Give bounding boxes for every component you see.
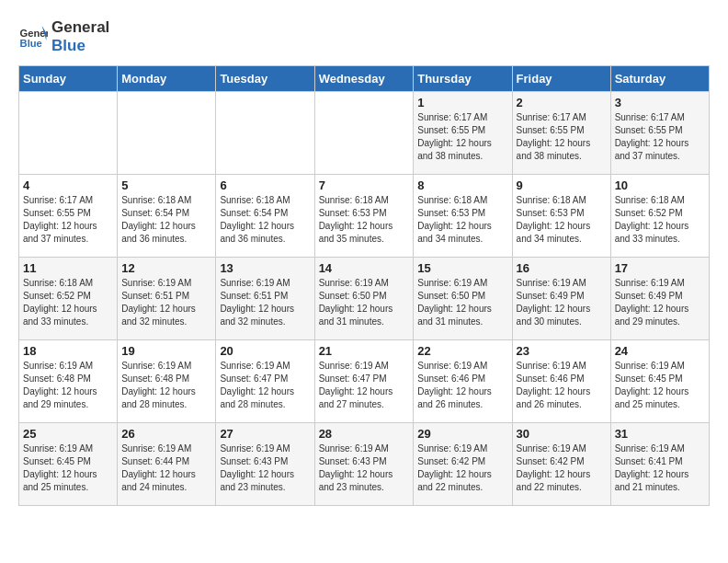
- day-cell: 6Sunrise: 6:18 AM Sunset: 6:54 PM Daylig…: [216, 174, 314, 257]
- weekday-tuesday: Tuesday: [216, 65, 314, 91]
- logo-icon: General Blue: [18, 22, 48, 52]
- day-number: 25: [23, 427, 113, 441]
- day-cell: 11Sunrise: 6:18 AM Sunset: 6:52 PM Dayli…: [19, 257, 118, 339]
- day-number: 12: [121, 261, 211, 275]
- day-cell: 18Sunrise: 6:19 AM Sunset: 6:48 PM Dayli…: [19, 339, 118, 422]
- day-info: Sunrise: 6:19 AM Sunset: 6:48 PM Dayligh…: [121, 360, 211, 411]
- day-info: Sunrise: 6:18 AM Sunset: 6:54 PM Dayligh…: [220, 194, 310, 246]
- day-cell: [19, 91, 118, 174]
- day-cell: 4Sunrise: 6:17 AM Sunset: 6:55 PM Daylig…: [19, 174, 118, 257]
- day-number: 2: [517, 96, 607, 109]
- day-info: Sunrise: 6:19 AM Sunset: 6:46 PM Dayligh…: [417, 360, 507, 411]
- day-number: 16: [517, 261, 607, 275]
- day-info: Sunrise: 6:18 AM Sunset: 6:53 PM Dayligh…: [319, 194, 410, 246]
- logo: General Blue General Blue: [18, 18, 109, 56]
- day-info: Sunrise: 6:19 AM Sunset: 6:46 PM Dayligh…: [517, 360, 607, 411]
- weekday-saturday: Saturday: [610, 65, 709, 91]
- day-info: Sunrise: 6:19 AM Sunset: 6:44 PM Dayligh…: [121, 442, 211, 494]
- calendar-header: SundayMondayTuesdayWednesdayThursdayFrid…: [19, 65, 710, 91]
- day-number: 30: [517, 427, 607, 441]
- day-cell: 31Sunrise: 6:19 AM Sunset: 6:41 PM Dayli…: [610, 422, 709, 505]
- day-info: Sunrise: 6:18 AM Sunset: 6:52 PM Dayligh…: [23, 277, 113, 328]
- day-info: Sunrise: 6:18 AM Sunset: 6:53 PM Dayligh…: [417, 194, 507, 246]
- day-info: Sunrise: 6:18 AM Sunset: 6:54 PM Dayligh…: [121, 194, 211, 246]
- day-cell: 10Sunrise: 6:18 AM Sunset: 6:52 PM Dayli…: [610, 174, 709, 257]
- day-info: Sunrise: 6:18 AM Sunset: 6:52 PM Dayligh…: [615, 194, 705, 246]
- day-info: Sunrise: 6:19 AM Sunset: 6:47 PM Dayligh…: [220, 360, 310, 411]
- day-info: Sunrise: 6:19 AM Sunset: 6:42 PM Dayligh…: [517, 442, 607, 494]
- day-cell: 2Sunrise: 6:17 AM Sunset: 6:55 PM Daylig…: [512, 91, 610, 174]
- day-number: 23: [517, 344, 607, 358]
- day-cell: 23Sunrise: 6:19 AM Sunset: 6:46 PM Dayli…: [512, 339, 610, 422]
- calendar-body: 1Sunrise: 6:17 AM Sunset: 6:55 PM Daylig…: [19, 91, 710, 505]
- day-number: 15: [417, 261, 507, 275]
- day-number: 27: [220, 427, 310, 441]
- day-cell: 13Sunrise: 6:19 AM Sunset: 6:51 PM Dayli…: [216, 257, 314, 339]
- day-number: 24: [615, 344, 705, 358]
- weekday-friday: Friday: [512, 65, 610, 91]
- day-cell: 5Sunrise: 6:18 AM Sunset: 6:54 PM Daylig…: [118, 174, 216, 257]
- day-number: 13: [220, 261, 310, 275]
- day-number: 17: [615, 261, 705, 275]
- day-number: 21: [319, 344, 410, 358]
- day-number: 4: [23, 178, 113, 192]
- day-info: Sunrise: 6:19 AM Sunset: 6:51 PM Dayligh…: [121, 277, 211, 328]
- day-info: Sunrise: 6:17 AM Sunset: 6:55 PM Dayligh…: [517, 111, 607, 163]
- week-row-3: 11Sunrise: 6:18 AM Sunset: 6:52 PM Dayli…: [19, 257, 710, 339]
- day-number: 31: [615, 427, 705, 441]
- day-cell: 7Sunrise: 6:18 AM Sunset: 6:53 PM Daylig…: [314, 174, 414, 257]
- svg-text:Blue: Blue: [20, 39, 42, 50]
- day-info: Sunrise: 6:19 AM Sunset: 6:49 PM Dayligh…: [615, 277, 705, 328]
- day-cell: 17Sunrise: 6:19 AM Sunset: 6:49 PM Dayli…: [610, 257, 709, 339]
- day-info: Sunrise: 6:19 AM Sunset: 6:48 PM Dayligh…: [23, 360, 113, 411]
- day-number: 14: [319, 261, 410, 275]
- day-cell: 25Sunrise: 6:19 AM Sunset: 6:45 PM Dayli…: [19, 422, 118, 505]
- day-cell: 15Sunrise: 6:19 AM Sunset: 6:50 PM Dayli…: [414, 257, 512, 339]
- day-info: Sunrise: 6:17 AM Sunset: 6:55 PM Dayligh…: [615, 111, 705, 163]
- day-info: Sunrise: 6:17 AM Sunset: 6:55 PM Dayligh…: [417, 111, 507, 163]
- day-cell: 12Sunrise: 6:19 AM Sunset: 6:51 PM Dayli…: [118, 257, 216, 339]
- day-info: Sunrise: 6:19 AM Sunset: 6:50 PM Dayligh…: [319, 277, 410, 328]
- day-number: 28: [319, 427, 410, 441]
- day-cell: 9Sunrise: 6:18 AM Sunset: 6:53 PM Daylig…: [512, 174, 610, 257]
- day-cell: 20Sunrise: 6:19 AM Sunset: 6:47 PM Dayli…: [216, 339, 314, 422]
- day-info: Sunrise: 6:19 AM Sunset: 6:41 PM Dayligh…: [615, 442, 705, 494]
- day-number: 6: [220, 178, 310, 192]
- day-info: Sunrise: 6:19 AM Sunset: 6:50 PM Dayligh…: [417, 277, 507, 328]
- weekday-sunday: Sunday: [19, 65, 118, 91]
- day-cell: 19Sunrise: 6:19 AM Sunset: 6:48 PM Dayli…: [118, 339, 216, 422]
- page-header: General Blue General Blue: [18, 18, 710, 56]
- day-cell: 27Sunrise: 6:19 AM Sunset: 6:43 PM Dayli…: [216, 422, 314, 505]
- day-number: 20: [220, 344, 310, 358]
- day-number: 9: [517, 178, 607, 192]
- day-info: Sunrise: 6:19 AM Sunset: 6:51 PM Dayligh…: [220, 277, 310, 328]
- weekday-monday: Monday: [118, 65, 216, 91]
- day-info: Sunrise: 6:19 AM Sunset: 6:45 PM Dayligh…: [615, 360, 705, 411]
- week-row-5: 25Sunrise: 6:19 AM Sunset: 6:45 PM Dayli…: [19, 422, 710, 505]
- day-info: Sunrise: 6:19 AM Sunset: 6:43 PM Dayligh…: [319, 442, 410, 494]
- weekday-wednesday: Wednesday: [314, 65, 414, 91]
- weekday-thursday: Thursday: [414, 65, 512, 91]
- day-cell: 21Sunrise: 6:19 AM Sunset: 6:47 PM Dayli…: [314, 339, 414, 422]
- day-cell: 22Sunrise: 6:19 AM Sunset: 6:46 PM Dayli…: [414, 339, 512, 422]
- day-info: Sunrise: 6:19 AM Sunset: 6:43 PM Dayligh…: [220, 442, 310, 494]
- day-info: Sunrise: 6:18 AM Sunset: 6:53 PM Dayligh…: [517, 194, 607, 246]
- weekday-header-row: SundayMondayTuesdayWednesdayThursdayFrid…: [19, 65, 710, 91]
- day-info: Sunrise: 6:19 AM Sunset: 6:45 PM Dayligh…: [23, 442, 113, 494]
- day-cell: 8Sunrise: 6:18 AM Sunset: 6:53 PM Daylig…: [414, 174, 512, 257]
- day-number: 7: [319, 178, 410, 192]
- day-cell: [314, 91, 414, 174]
- day-number: 10: [615, 178, 705, 192]
- day-number: 8: [417, 178, 507, 192]
- day-cell: 3Sunrise: 6:17 AM Sunset: 6:55 PM Daylig…: [610, 91, 709, 174]
- day-number: 5: [121, 178, 211, 192]
- day-number: 22: [417, 344, 507, 358]
- week-row-4: 18Sunrise: 6:19 AM Sunset: 6:48 PM Dayli…: [19, 339, 710, 422]
- day-cell: [118, 91, 216, 174]
- day-number: 29: [417, 427, 507, 441]
- day-cell: 1Sunrise: 6:17 AM Sunset: 6:55 PM Daylig…: [414, 91, 512, 174]
- day-number: 19: [121, 344, 211, 358]
- day-cell: 26Sunrise: 6:19 AM Sunset: 6:44 PM Dayli…: [118, 422, 216, 505]
- day-info: Sunrise: 6:19 AM Sunset: 6:42 PM Dayligh…: [417, 442, 507, 494]
- day-cell: 14Sunrise: 6:19 AM Sunset: 6:50 PM Dayli…: [314, 257, 414, 339]
